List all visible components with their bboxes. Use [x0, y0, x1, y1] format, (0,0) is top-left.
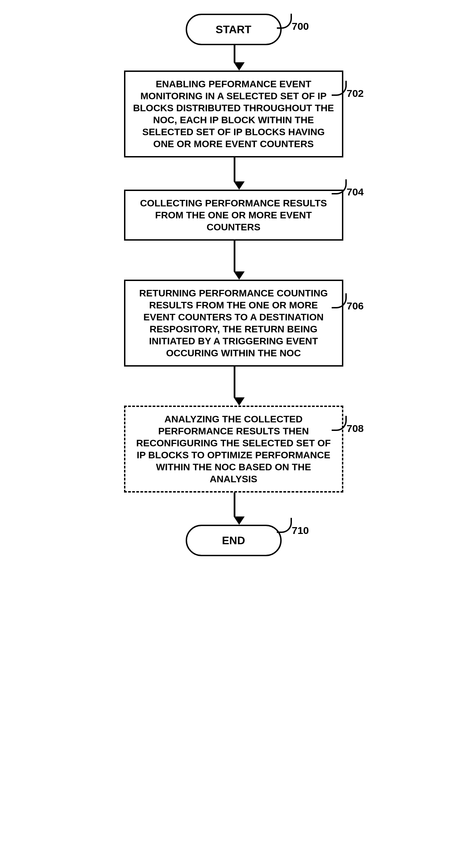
label-708: 708 — [347, 423, 364, 434]
flowchart: START 700 ENABLING PEFORMANCE EVENT MONI… — [100, 14, 367, 556]
row-708: ANALYZING THE COLLECTED PERFORMANCE RESU… — [100, 406, 367, 493]
row-start: START 700 — [100, 14, 367, 45]
step-704: COLLECTING PERFORMANCE RESULTS FROM THE … — [124, 190, 343, 241]
row-702: ENABLING PEFORMANCE EVENT MONITORING IN … — [100, 71, 367, 157]
start-node: START — [186, 14, 282, 45]
label-704: 704 — [347, 186, 364, 198]
label-702: 702 — [347, 88, 364, 99]
label-706-text: 706 — [347, 300, 364, 311]
label-706: 706 — [347, 300, 364, 312]
step-706: RETURNING PERFORMANCE COUNTING RESULTS F… — [124, 280, 343, 367]
hook-icon — [277, 518, 292, 533]
label-710: 710 — [292, 525, 309, 536]
label-700-text: 700 — [292, 21, 309, 32]
hook-icon — [332, 81, 347, 96]
hook-icon — [332, 416, 347, 431]
label-702-text: 702 — [347, 88, 364, 99]
step-702: ENABLING PEFORMANCE EVENT MONITORING IN … — [124, 71, 343, 157]
end-node: END — [186, 525, 282, 556]
hook-icon — [332, 293, 347, 308]
label-710-text: 710 — [292, 525, 309, 536]
label-700: 700 — [292, 21, 309, 32]
label-704-text: 704 — [347, 186, 364, 197]
step-708: ANALYZING THE COLLECTED PERFORMANCE RESU… — [124, 406, 343, 493]
hook-icon — [332, 179, 347, 194]
row-706: RETURNING PERFORMANCE COUNTING RESULTS F… — [100, 280, 367, 367]
row-end: END 710 — [100, 525, 367, 556]
row-704: COLLECTING PERFORMANCE RESULTS FROM THE … — [100, 190, 367, 241]
label-708-text: 708 — [347, 423, 364, 434]
hook-icon — [277, 14, 292, 29]
